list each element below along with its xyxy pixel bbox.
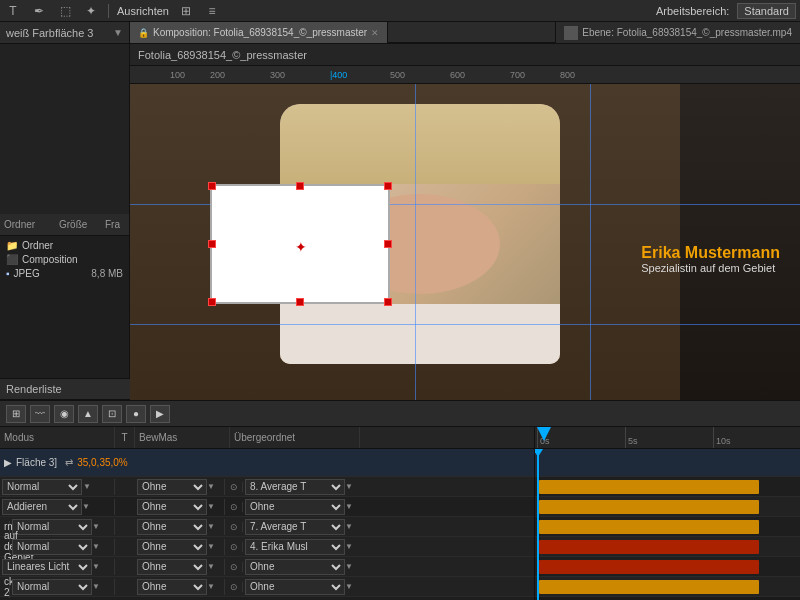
layer-row-6[interactable]: cker 2 Normal ▼ Ohne ▼ ⊙ <box>0 577 534 597</box>
align-icon[interactable]: ⊞ <box>177 2 195 20</box>
col-fra: Fra <box>105 219 125 230</box>
layer-mode-select-2[interactable]: Addieren <box>2 499 82 515</box>
layer-uebergeordnet-col-1: 8. Average T ▼ <box>243 479 363 495</box>
btn-render[interactable]: ▶ <box>150 405 170 423</box>
layer-uebergeordnet-col-3: 7. Average T ▼ <box>243 519 363 535</box>
layer-row-3[interactable]: rmann Normal ▼ Ohne ▼ ⊙ <box>0 517 534 537</box>
ruler-700: 700 <box>510 70 525 80</box>
handle-tr[interactable] <box>384 182 392 190</box>
comp-tabs: 🔒 Komposition: Fotolia_68938154_©_pressm… <box>130 22 800 44</box>
left-panel-header: weiß Farbfläche 3 ▼ <box>0 22 129 44</box>
comp-tab-main[interactable]: 🔒 Komposition: Fotolia_68938154_©_pressm… <box>130 22 388 43</box>
layer-uebergeordnet-select-6[interactable]: Ohne <box>245 579 345 595</box>
white-box[interactable]: ✦ <box>210 184 390 304</box>
flache-scale: 35,0,35,0% <box>77 457 128 468</box>
layer-mode-select-4[interactable]: Normal <box>12 539 92 555</box>
person-title: Spezialistin auf dem Gebiet <box>641 262 780 274</box>
playhead[interactable] <box>537 449 539 600</box>
video-preview: ✦ ↖ Erika Mustermann Spezialistin auf de… <box>130 84 800 422</box>
layer-bewmas-select-4[interactable]: Ohne <box>137 539 207 555</box>
btn-3d[interactable]: ⊡ <box>102 405 122 423</box>
col-header-t: T <box>115 427 135 448</box>
timeline-bar-2 <box>539 500 759 514</box>
layer-bewmas-select-3[interactable]: Ohne <box>137 519 207 535</box>
layer-uebergeordnet-col-5: Ohne ▼ <box>243 559 363 575</box>
stamp-tool-icon[interactable]: ✦ <box>82 2 100 20</box>
layer-row-2[interactable]: Addieren ▼ Ohne ▼ ⊙ Ohne <box>0 497 534 517</box>
left-item-jpeg[interactable]: ▪ JPEG 8,8 MB <box>6 268 123 279</box>
uber-arrow-1: ▼ <box>345 482 353 491</box>
layer-row-1[interactable]: Normal ▼ Ohne ▼ ⊙ 8. Average T <box>0 477 534 497</box>
handle-br[interactable] <box>384 298 392 306</box>
ruler-100: 100 <box>170 70 185 80</box>
layer-bewmas-select-1[interactable]: Ohne <box>137 479 207 495</box>
layer-uebergeordnet-select-3[interactable]: 7. Average T <box>245 519 345 535</box>
layer-uebergeordnet-select-2[interactable]: Ohne <box>245 499 345 515</box>
flache-expand[interactable]: ▶ <box>4 457 14 468</box>
layer-bewmas-select-2[interactable]: Ohne <box>137 499 207 515</box>
center-area: 🔒 Komposition: Fotolia_68938154_©_pressm… <box>130 22 800 422</box>
left-panel: weiß Farbfläche 3 ▼ Ordner Größe Fra 📁 O… <box>0 22 130 422</box>
distribute-icon[interactable]: ≡ <box>203 2 221 20</box>
layer-name-6: cker 2 <box>0 576 10 598</box>
btn-mask[interactable]: ◉ <box>54 405 74 423</box>
layer-mode-select-5[interactable]: Lineares Licht <box>2 559 92 575</box>
uber-arrow-5: ▼ <box>345 562 353 571</box>
ruler-500: 500 <box>390 70 405 80</box>
handle-tc[interactable] <box>296 182 304 190</box>
ruler-300: 300 <box>270 70 285 80</box>
layer-mode-col-4: Normal ▼ <box>10 539 115 555</box>
left-item-ordner[interactable]: 📁 Ordner <box>6 240 123 251</box>
bottom-content: Modus T BewMas Übergeordnet ▶ Fläche 3] … <box>0 427 800 600</box>
layer-mode-select-6[interactable]: Normal <box>12 579 92 595</box>
timeline-row-1 <box>535 477 800 497</box>
type-tool-icon[interactable]: T <box>4 2 22 20</box>
top-toolbar: T ✒ ⬚ ✦ Ausrichten ⊞ ≡ Arbeitsbereich: S… <box>0 0 800 22</box>
handle-bc[interactable] <box>296 298 304 306</box>
layer-uebergeordnet-select-1[interactable]: 8. Average T <box>245 479 345 495</box>
link-icon-4: ⊙ <box>230 542 238 552</box>
playhead-top <box>535 449 543 457</box>
flache-row[interactable]: ▶ Fläche 3] ⇄ 35,0,35,0% <box>0 449 534 477</box>
btn-flow[interactable]: 〰 <box>30 405 50 423</box>
timeline-row-6 <box>535 577 800 597</box>
uber-arrow-3: ▼ <box>345 522 353 531</box>
center-handle[interactable]: ✦ <box>295 239 305 249</box>
layer-uebergeordnet-select-4[interactable]: 4. Erika Musl <box>245 539 345 555</box>
timeline-bar-6 <box>539 580 759 594</box>
tab-spacer <box>388 22 555 43</box>
left-panel-arrow[interactable]: ▼ <box>113 27 123 38</box>
layer-row-5[interactable]: Lineares Licht ▼ Ohne ▼ ⊙ Ohne <box>0 557 534 577</box>
col-header-bewmas: BewMas <box>135 427 230 448</box>
arbeitsbereich-value[interactable]: Standard <box>737 3 796 19</box>
uber-arrow-6: ▼ <box>345 582 353 591</box>
comp-tab-close[interactable]: ✕ <box>371 28 379 38</box>
handle-tl[interactable] <box>208 182 216 190</box>
bewmas-arrow-2: ▼ <box>207 502 215 511</box>
layer-uebergeordnet-select-5[interactable]: Ohne <box>245 559 345 575</box>
layer-bewmas-col-1: Ohne ▼ <box>135 479 225 495</box>
comp-ruler: 100 200 300 |400 500 600 700 800 <box>130 66 800 84</box>
handle-mr[interactable] <box>384 240 392 248</box>
col-ordner: Ordner <box>4 219 53 230</box>
pen-tool-icon[interactable]: ✒ <box>30 2 48 20</box>
layers-panel: Modus T BewMas Übergeordnet ▶ Fläche 3] … <box>0 427 535 600</box>
btn-solo[interactable]: ● <box>126 405 146 423</box>
dropdown-arrow-1: ▼ <box>83 482 91 491</box>
layer-bewmas-select-6[interactable]: Ohne <box>137 579 207 595</box>
layer-link-col-1: ⊙ <box>225 482 243 492</box>
bottom-section: ⊞ 〰 ◉ ▲ ⊡ ● ▶ Modus T BewMas Übergeordne… <box>0 400 800 600</box>
layer-uebergeordnet-col-4: 4. Erika Musl ▼ <box>243 539 363 555</box>
btn-shape[interactable]: ▲ <box>78 405 98 423</box>
handle-ml[interactable] <box>208 240 216 248</box>
left-panel-preview <box>0 44 129 214</box>
comp-viewer[interactable]: 100 200 300 |400 500 600 700 800 <box>130 66 800 422</box>
left-panel-items: 📁 Ordner ⬛ Composition ▪ JPEG 8,8 MB <box>0 236 129 283</box>
btn-in-out[interactable]: ⊞ <box>6 405 26 423</box>
layer-mode-select-1[interactable]: Normal <box>2 479 82 495</box>
left-item-composition[interactable]: ⬛ Composition <box>6 254 123 265</box>
brush-tool-icon[interactable]: ⬚ <box>56 2 74 20</box>
layer-bewmas-select-5[interactable]: Ohne <box>137 559 207 575</box>
handle-bl[interactable] <box>208 298 216 306</box>
layer-row-4[interactable]: auf dem Gebiet Normal ▼ Ohne ▼ ⊙ <box>0 537 534 557</box>
